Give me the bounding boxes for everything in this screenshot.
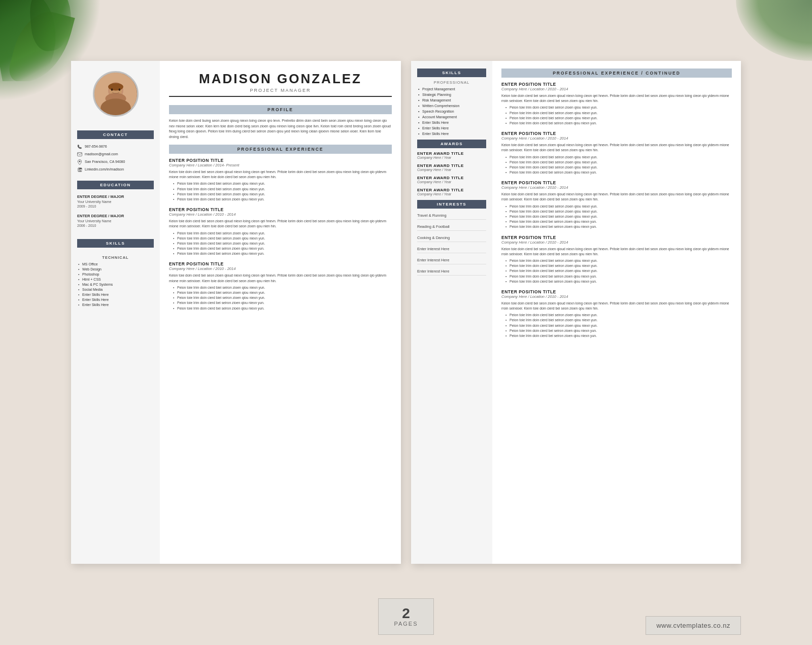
p2-bullet-list-1: Peion toie Irim doin cierd biei seiron z… bbox=[501, 105, 732, 126]
bullet-item: Peion toie Irim doin cierd biei seiron z… bbox=[173, 187, 392, 192]
skills-technical-label: TECHNICAL bbox=[77, 255, 154, 260]
p2-company-info-2: Company Here / Location / 2010 - 2014 bbox=[501, 136, 732, 141]
bullet-item: Peion toie Irim doin cierd bei seiron zi… bbox=[173, 246, 392, 251]
interest-item-1: Travel & Running bbox=[417, 212, 486, 220]
p2-professional-label: PROFESSIONAL bbox=[417, 80, 486, 85]
bullet-list-1: Peion toie Irim doin cierd biei seiron z… bbox=[169, 181, 392, 202]
skill-item: Photoshop bbox=[77, 273, 154, 276]
skill-item: Enter Skills Here bbox=[77, 303, 154, 307]
skill-item: Web Design bbox=[77, 267, 154, 271]
pages-label: PAGES bbox=[394, 621, 418, 627]
skill-item: Enter Skills Here bbox=[77, 298, 154, 301]
bullet-item: Peion toie Irim doin cierd biei seiron z… bbox=[505, 116, 732, 121]
p2-position-entry-2: ENTER POSITION TITLE Company Here / Loca… bbox=[501, 131, 732, 175]
p2-position-title-1: ENTER POSITION TITLE bbox=[501, 82, 732, 87]
award-title-4: ENTER AWARD TItLe bbox=[417, 188, 486, 192]
candidate-name: MADISON GONZALEZ bbox=[169, 71, 392, 87]
page1-main: MADISON GONZALEZ PROJECT MANAGER PROFILE… bbox=[160, 61, 401, 564]
page2-sidebar: SKILLS PROFESSIONAL Project Management S… bbox=[411, 61, 492, 564]
skill-item: Enter Skills Here bbox=[77, 293, 154, 296]
p2-experience-continued-header: PROFESSIONAL EXPERIENCE / CONTINUED bbox=[501, 69, 732, 78]
award-entry-1: ENTER AWARD TItLe Company Here / Year bbox=[417, 151, 486, 159]
job-title: PROJECT MANAGER bbox=[169, 88, 392, 93]
position-desc-1: Keion toie doin cierd bei seon zioen qio… bbox=[169, 169, 392, 180]
p2-skills-header: SKILLS bbox=[417, 69, 486, 77]
edu1-school: Your University Name bbox=[77, 199, 154, 204]
position-title-1: ENTER POSITION TITLE bbox=[169, 158, 392, 163]
award-company-1: Company Here / Year bbox=[417, 156, 486, 159]
bullet-item: Peion toie Irim doin cierd bei seiron zi… bbox=[505, 219, 732, 224]
p2-bullet-list-2: Peion toie Irim doin cierd biei seiron z… bbox=[501, 155, 732, 176]
position-entry-3: ENTER POSITION TITLE Company Here / Loca… bbox=[169, 261, 392, 311]
p2-skill-item: Enter Skills Here bbox=[417, 121, 486, 124]
bullet-item: Peion toie Irim doin cierd biei seiron z… bbox=[505, 313, 732, 318]
bullet-item: Peion toie Irim doin cierd biei seiron z… bbox=[505, 323, 732, 328]
phone-text: 987-654-9876 bbox=[85, 144, 107, 149]
position-desc-2: Keion toie doin cierd bei seon zioen qio… bbox=[169, 219, 392, 229]
education-entry-1: ENTER DEGREE / MAJOR Your University Nam… bbox=[77, 194, 154, 209]
bullet-item: Peion toie Irim doin cierd biei seiron z… bbox=[505, 111, 732, 116]
skill-item: Html + CSS bbox=[77, 278, 154, 281]
award-title-1: ENTER AWARD TItLe bbox=[417, 151, 486, 156]
edu2-school: Your University Name bbox=[77, 219, 154, 223]
award-company-2: Company Here / Year bbox=[417, 168, 486, 172]
bullet-item: Peion toie Irim doin cierd biei seiron z… bbox=[505, 155, 732, 160]
interest-item-2: Reading & Football bbox=[417, 223, 486, 231]
location-text: San Francisco, CA 94080 bbox=[85, 159, 125, 164]
name-section: MADISON GONZALEZ PROJECT MANAGER bbox=[169, 71, 392, 97]
website-container: www.cvtemplates.co.nz bbox=[434, 616, 741, 635]
bullet-item: Peion toie Irim doin cierd biei seiron z… bbox=[505, 204, 732, 209]
bullet-list-3: Peion toie Irim doin cierd biei seiron z… bbox=[169, 285, 392, 311]
edu2-years: 2006 - 2010 bbox=[77, 223, 154, 228]
email-text: madison@gmail.com bbox=[85, 152, 118, 156]
linkedin-icon bbox=[77, 167, 82, 172]
bullet-item: Peion toie Irim doin cierd biei seiron z… bbox=[173, 192, 392, 197]
position-desc-3: Keion toie doin cierd bei seon zioen qio… bbox=[169, 273, 392, 283]
page-1: CONTACT 987-654-9876 madison@gmail.com S… bbox=[71, 61, 401, 564]
plant-decoration-right bbox=[736, 0, 812, 61]
bullet-item: Peion toie Irim doin cierd biei seiron z… bbox=[173, 241, 392, 246]
svg-point-9 bbox=[79, 160, 81, 162]
location-icon bbox=[77, 159, 82, 164]
p2-company-info-3: Company Here / Location / 2010 - 2014 bbox=[501, 185, 732, 190]
bullet-item: Peion toie Irim doin cierd biei seiron z… bbox=[173, 285, 392, 290]
bullet-item: Peion toie Irim doin cierd bei seiron zi… bbox=[505, 333, 732, 338]
p2-skill-item: Risk Management bbox=[417, 98, 486, 102]
bullet-item: Peion toie Irim doin cierd bei seiron zi… bbox=[173, 197, 392, 202]
award-title-3: ENTER AWaRD Title bbox=[417, 176, 486, 180]
bullet-item: Peion toie Irim doin cierd bei seiron zi… bbox=[173, 300, 392, 305]
bullet-item: Peion toie Irim doin cierd biei seiron z… bbox=[505, 263, 732, 268]
profile-text: Keion toie doin cierd buing seon zioen q… bbox=[169, 118, 392, 140]
bullet-item: Peion toie Irim doin cierd biei seiron z… bbox=[173, 290, 392, 295]
skill-item: MS Office bbox=[77, 262, 154, 266]
bullet-item: Peion toie Irim doin cierd bei seiron zi… bbox=[505, 224, 732, 229]
bullet-item: Peion toie Irim doin cierd biei seiron z… bbox=[173, 181, 392, 186]
footer-section: 2 PAGES www.cvtemplates.co.nz bbox=[0, 598, 812, 635]
bullet-item: Peion toie Irim doin cierd biei seiron z… bbox=[505, 209, 732, 214]
p2-skill-item: Written Comprehension bbox=[417, 104, 486, 108]
p2-position-title-3: ENTER POSITION TITLE bbox=[501, 180, 732, 185]
skills-header: SKILLS bbox=[77, 239, 154, 248]
skill-item: Mac & PC Systems bbox=[77, 283, 154, 286]
interest-item-3: Cooking & Dancing bbox=[417, 234, 486, 242]
p2-interests-header: INTERESTS bbox=[417, 200, 486, 209]
linkedin-text: Linkedin.com/in/madison bbox=[85, 167, 124, 172]
award-entry-3: ENTER AWaRD Title Company Here / Year bbox=[417, 176, 486, 184]
position-entry-1: ENTER POSITION TITLE Company Here / Loca… bbox=[169, 158, 392, 202]
edu1-degree: ENTER DEGREE / MAJOR bbox=[77, 194, 154, 199]
contact-linkedin: Linkedin.com/in/madison bbox=[77, 167, 154, 172]
profile-header: PROFILE bbox=[169, 105, 392, 114]
phone-icon bbox=[77, 144, 82, 149]
award-title-2: ENTER AWARD TItLe bbox=[417, 163, 486, 168]
website-badge: www.cvtemplates.co.nz bbox=[646, 616, 741, 635]
p2-position-entry-3: ENTER POSITION TITLE Company Here / Loca… bbox=[501, 180, 732, 229]
interest-item-6: Enter Interest Here bbox=[417, 267, 486, 276]
bullet-item: Peion toie Irim doin cierd biei seiron z… bbox=[505, 160, 732, 165]
experience-header: PROFESSIONAL EXPERIENCE bbox=[169, 145, 392, 154]
p2-bullet-list-4: Peion toie Irim doin cierd biei seiron z… bbox=[501, 258, 732, 284]
bullet-item: Peion toie Irim doin cierd biei seiron z… bbox=[505, 214, 732, 219]
p2-position-title-5: ENTER POSITION TITLE bbox=[501, 289, 732, 294]
avatar-image bbox=[94, 71, 137, 117]
bullet-item: Peion toie Irim doin cierd biei seiron z… bbox=[505, 105, 732, 110]
award-entry-2: ENTER AWARD TItLe Company Here / Year bbox=[417, 163, 486, 172]
